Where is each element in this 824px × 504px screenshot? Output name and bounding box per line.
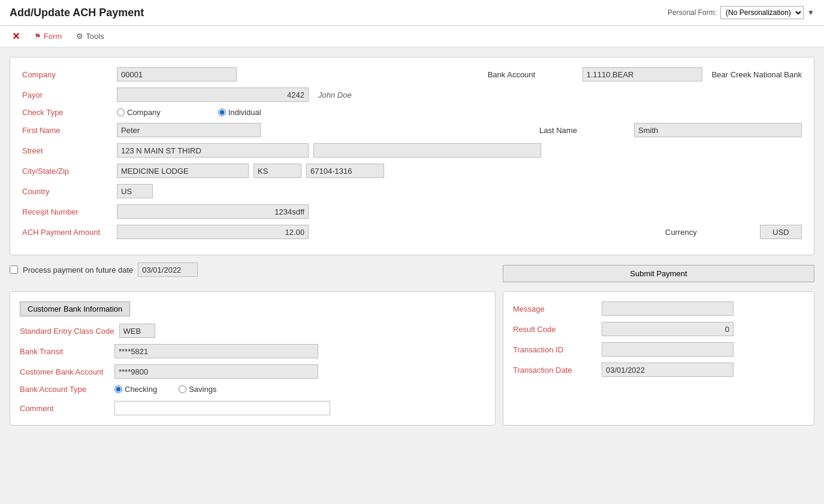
standard-entry-input[interactable] <box>119 324 155 338</box>
savings-radio[interactable] <box>179 385 186 393</box>
comment-row: Comment <box>20 401 485 415</box>
check-type-row: Check Type Company Individual <box>22 108 802 117</box>
transaction-id-input[interactable] <box>602 342 734 357</box>
bank-account-type-radio-group: Checking Savings <box>114 385 216 394</box>
tools-button[interactable]: ⚙ Tools <box>74 31 106 42</box>
standard-entry-row: Standard Entry Class Code <box>20 324 485 338</box>
future-date-label: Process payment on future date <box>23 265 133 274</box>
future-date-checkbox[interactable] <box>10 265 18 274</box>
close-button[interactable]: ✕ <box>10 29 22 43</box>
flag-icon: ⚑ <box>34 32 41 41</box>
savings-label: Savings <box>189 385 216 394</box>
check-type-individual-radio[interactable] <box>218 108 226 116</box>
city-state-zip-row: City/State/Zip <box>22 164 802 178</box>
transaction-date-input[interactable] <box>602 363 734 377</box>
message-row: Message <box>513 301 804 316</box>
city-state-zip-label: City/State/Zip <box>22 167 112 176</box>
first-name-input[interactable] <box>117 123 261 137</box>
first-name-label: First Name <box>22 126 112 135</box>
last-name-input[interactable] <box>634 123 802 137</box>
name-row: First Name Last Name <box>22 123 802 137</box>
result-code-row: Result Code <box>513 322 804 336</box>
payor-row: Payor John Doe <box>22 87 802 102</box>
check-type-individual-label: Individual <box>228 108 261 117</box>
form-button[interactable]: ⚑ Form <box>32 31 64 42</box>
street-label: Street <box>22 146 112 155</box>
bank-name: Bear Creek National Bank <box>712 70 802 79</box>
action-row: Process payment on future date Submit Pa… <box>10 262 814 284</box>
bank-account-input[interactable] <box>582 67 702 82</box>
top-form-card: Company Bank Account Bear Creek National… <box>10 57 814 255</box>
customer-bank-account-input[interactable] <box>114 364 318 379</box>
standard-entry-label: Standard Entry Class Code <box>20 327 114 336</box>
payor-label: Payor <box>22 90 112 99</box>
street-input1[interactable] <box>117 143 309 158</box>
checking-label: Checking <box>125 385 157 394</box>
gear-icon: ⚙ <box>76 32 83 41</box>
check-type-individual-option[interactable]: Individual <box>218 108 261 117</box>
state-input[interactable] <box>253 164 301 178</box>
check-type-company-radio[interactable] <box>117 108 125 116</box>
check-type-label: Check Type <box>22 108 112 117</box>
currency-input[interactable] <box>760 225 802 239</box>
comment-input[interactable] <box>114 401 330 415</box>
zip-input[interactable] <box>306 164 384 178</box>
company-input[interactable] <box>117 67 237 82</box>
street-input2[interactable] <box>313 143 541 158</box>
bank-account-label: Bank Account <box>488 70 578 79</box>
message-label: Message <box>513 304 597 313</box>
result-code-input[interactable] <box>602 322 734 336</box>
bank-transit-input[interactable] <box>114 344 318 358</box>
comment-label: Comment <box>20 404 110 413</box>
country-label: Country <box>22 187 112 196</box>
last-name-label: Last Name <box>539 126 629 135</box>
company-label: Company <box>22 70 112 79</box>
future-date-input[interactable] <box>138 262 198 277</box>
receipt-number-input[interactable] <box>117 204 309 219</box>
customer-bank-account-row: Customer Bank Account <box>20 364 485 379</box>
bank-account-type-row: Bank Account Type Checking Savings <box>20 385 485 394</box>
transaction-id-label: Transaction ID <box>513 345 597 354</box>
customer-bank-account-label: Customer Bank Account <box>20 367 110 376</box>
result-code-label: Result Code <box>513 325 597 334</box>
title-bar: Add/Update ACH Payment Personal Form: (N… <box>0 0 824 26</box>
message-input[interactable] <box>602 301 734 316</box>
country-row: Country <box>22 184 802 198</box>
currency-label: Currency <box>665 228 755 237</box>
chevron-down-icon: ▼ <box>807 8 814 17</box>
main-content: Company Bank Account Bear Creek National… <box>0 47 824 435</box>
country-input[interactable] <box>117 184 153 198</box>
payor-input[interactable] <box>117 87 309 102</box>
results-section: Message Result Code Transaction ID Trans… <box>503 291 814 425</box>
customer-bank-section: Customer Bank Information Standard Entry… <box>10 291 496 425</box>
page-title: Add/Update ACH Payment <box>10 7 144 19</box>
savings-option[interactable]: Savings <box>179 385 216 394</box>
check-type-radio-group: Company Individual <box>117 108 261 117</box>
company-row: Company Bank Account Bear Creek National… <box>22 67 802 82</box>
check-type-company-option[interactable]: Company <box>117 108 161 117</box>
city-input[interactable] <box>117 164 249 178</box>
ach-amount-row: ACH Payment Amount Currency <box>22 225 802 239</box>
future-date-row: Process payment on future date <box>10 262 198 277</box>
street-row: Street <box>22 143 802 158</box>
personal-form-section: Personal Form: (No Personalization) ▼ <box>668 6 814 19</box>
transaction-date-row: Transaction Date <box>513 363 804 377</box>
ach-amount-input[interactable] <box>117 225 309 239</box>
submit-payment-button[interactable]: Submit Payment <box>503 265 814 282</box>
personal-form-label: Personal Form: <box>668 8 717 17</box>
bank-transit-row: Bank Transit <box>20 344 485 358</box>
toolbar: ✕ ⚑ Form ⚙ Tools <box>0 26 824 47</box>
checking-radio[interactable] <box>114 385 122 393</box>
payor-name: John Doe <box>318 90 352 99</box>
submit-payment-label: Submit Payment <box>630 269 687 278</box>
ach-amount-label: ACH Payment Amount <box>22 228 112 237</box>
bank-account-type-label: Bank Account Type <box>20 385 110 394</box>
personal-form-select[interactable]: (No Personalization) <box>720 6 804 19</box>
bottom-sections: Customer Bank Information Standard Entry… <box>10 291 814 425</box>
checking-option[interactable]: Checking <box>114 385 157 394</box>
bank-transit-label: Bank Transit <box>20 347 110 356</box>
receipt-number-row: Receipt Number <box>22 204 802 219</box>
transaction-id-row: Transaction ID <box>513 342 804 357</box>
transaction-date-label: Transaction Date <box>513 366 597 375</box>
customer-bank-info-button[interactable]: Customer Bank Information <box>20 301 130 316</box>
